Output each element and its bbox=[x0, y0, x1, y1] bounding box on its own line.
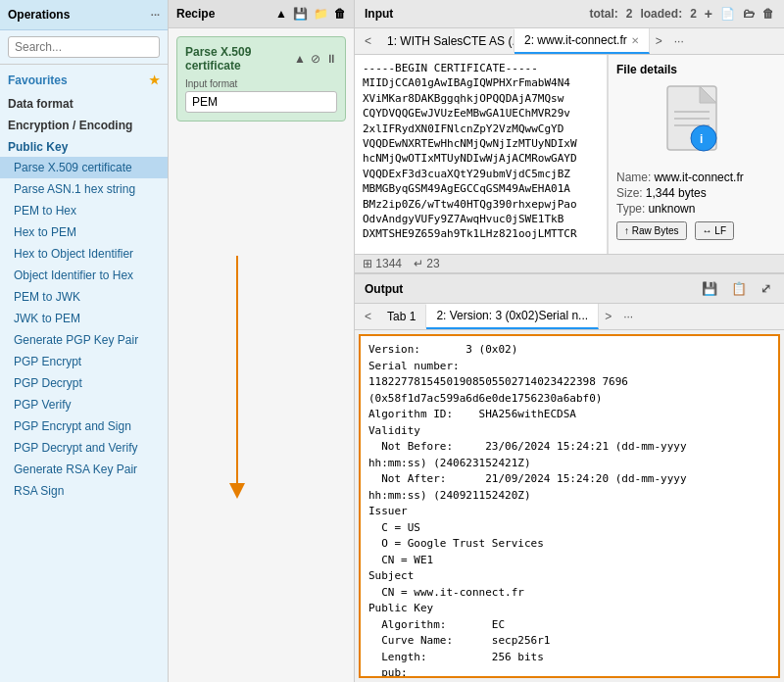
recipe-input-format-value[interactable]: PEM bbox=[185, 91, 337, 113]
input-body: -----BEGIN CERTIFICATE----- MIIDjCCA01gA… bbox=[355, 55, 784, 254]
sidebar-item-jwk-to-pem[interactable]: JWK to PEM bbox=[0, 308, 168, 329]
input-lines-status: ↵ 23 bbox=[414, 257, 440, 270]
file-name-row: Name: www.it-connect.fr bbox=[616, 170, 776, 184]
sidebar-item-gen-rsa-keypair[interactable]: Generate RSA Key Pair bbox=[0, 459, 168, 480]
input-file-icon[interactable]: 📄 bbox=[720, 7, 735, 21]
input-tab-prev[interactable]: < bbox=[359, 31, 377, 51]
sidebar-item-hex-to-pem[interactable]: Hex to PEM bbox=[0, 221, 168, 243]
input-tab-1[interactable]: 1: WITH SalesCTE AS (... ✕ bbox=[377, 29, 514, 53]
lf-button[interactable]: ↔ LF bbox=[695, 221, 734, 240]
output-tab-prev[interactable]: < bbox=[359, 307, 377, 326]
recipe-panel: Recipe ▲ 💾 📁 🗑 Parse X.509 certificate ▲… bbox=[169, 0, 355, 682]
sidebar-item-pgp-verify[interactable]: PGP Verify bbox=[0, 394, 168, 415]
sidebar-item-pem-to-hex[interactable]: PEM to Hex bbox=[0, 200, 168, 221]
svg-text:i: i bbox=[700, 132, 703, 146]
recipe-card-icons: ▲ ⊘ ⏸ bbox=[294, 52, 337, 66]
output-tab-overflow[interactable]: ··· bbox=[617, 307, 639, 326]
output-tab-2[interactable]: 2: Version: 3 (0x02)Serial n... bbox=[426, 304, 599, 329]
sidebar-item-pgp-decrypt-verify[interactable]: PGP Decrypt and Verify bbox=[0, 437, 168, 459]
star-icon: ★ bbox=[149, 73, 160, 87]
sidebar-item-pgp-decrypt[interactable]: PGP Decrypt bbox=[0, 372, 168, 394]
input-bytes-status: ⊞ 1344 bbox=[363, 257, 402, 270]
file-name-label: Name: bbox=[616, 170, 651, 184]
input-section: Input total: 2 loaded: 2 + 📄 🗁 🗑 < 1: WI… bbox=[355, 0, 784, 274]
sidebar-item-oid-to-hex[interactable]: Object Identifier to Hex bbox=[0, 265, 168, 286]
sidebar-item-pgp-encrypt[interactable]: PGP Encrypt bbox=[0, 351, 168, 372]
file-size-row: Size: 1,344 bytes bbox=[616, 186, 776, 200]
sidebar-item-gen-pgp-keypair[interactable]: Generate PGP Key Pair bbox=[0, 329, 168, 351]
recipe-card-chevron-up[interactable]: ▲ bbox=[294, 52, 306, 66]
output-tabs: < Tab 1 2: Version: 3 (0x02)Serial n... … bbox=[355, 304, 784, 330]
recipe-folder-icon[interactable]: 📁 bbox=[314, 7, 328, 21]
input-tab-2[interactable]: 2: www.it-connect.fr ✕ bbox=[514, 28, 650, 54]
arrow-area bbox=[169, 364, 354, 683]
recipe-card-title: Parse X.509 certificate bbox=[185, 45, 294, 73]
output-copy-icon[interactable]: 📋 bbox=[728, 280, 750, 297]
sidebar-header: Operations ··· bbox=[0, 0, 168, 30]
input-total-value: 2 bbox=[626, 7, 633, 21]
raw-bytes-button[interactable]: ↑ Raw Bytes bbox=[616, 221, 687, 240]
sidebar-category-encryption[interactable]: Encryption / Encoding bbox=[0, 114, 168, 135]
recipe-card-disable-icon[interactable]: ⊘ bbox=[311, 52, 320, 66]
recipe-card-parse-x509: Parse X.509 certificate ▲ ⊘ ⏸ Input form… bbox=[176, 36, 346, 122]
output-body[interactable]: Version: 3 (0x02) Serial number: 1182277… bbox=[359, 334, 780, 678]
file-document-icon: i bbox=[662, 84, 731, 163]
sidebar-title: Operations bbox=[8, 8, 70, 22]
recipe-header: Recipe ▲ 💾 📁 🗑 bbox=[169, 0, 354, 28]
input-total-label: total: bbox=[589, 7, 617, 21]
input-loaded-label: loaded: bbox=[640, 7, 682, 21]
recipe-save-icon[interactable]: 💾 bbox=[293, 7, 308, 21]
input-tab-more[interactable]: > bbox=[650, 31, 668, 51]
input-folder-icon[interactable]: 🗁 bbox=[743, 7, 755, 21]
sidebar-category-data-format[interactable]: Data format bbox=[0, 92, 168, 114]
recipe-content: Parse X.509 certificate ▲ ⊘ ⏸ Input form… bbox=[169, 28, 354, 364]
sidebar-menu-icon[interactable]: ··· bbox=[151, 9, 160, 21]
input-trash-icon[interactable]: 🗑 bbox=[762, 7, 774, 21]
input-status-bar: ⊞ 1344 ↵ 23 bbox=[355, 254, 784, 272]
file-type-value: unknown bbox=[648, 202, 695, 216]
sidebar-item-rsa-sign[interactable]: RSA Sign bbox=[0, 480, 168, 502]
output-header-icons: 💾 📋 ⤢ bbox=[699, 280, 774, 297]
sidebar-category-public-key[interactable]: Public Key bbox=[0, 135, 168, 157]
recipe-header-icons: ▲ 💾 📁 🗑 bbox=[275, 7, 346, 21]
file-details-title: File details bbox=[616, 63, 776, 76]
recipe-input-format-label: Input format bbox=[185, 78, 337, 89]
input-header-right: total: 2 loaded: 2 + 📄 🗁 🗑 bbox=[589, 6, 774, 22]
file-icon-container: i bbox=[616, 84, 776, 163]
output-title: Output bbox=[365, 282, 403, 296]
output-section: Output 💾 📋 ⤢ < Tab 1 2: Version: 3 (0x02… bbox=[355, 274, 784, 682]
main-area: Input total: 2 loaded: 2 + 📄 🗁 🗑 < 1: WI… bbox=[355, 0, 784, 682]
search-input[interactable] bbox=[8, 36, 160, 58]
svg-point-6 bbox=[691, 125, 716, 151]
file-type-label: Type: bbox=[616, 202, 645, 216]
recipe-trash-icon[interactable]: 🗑 bbox=[334, 7, 346, 21]
input-tab-2-close[interactable]: ✕ bbox=[631, 35, 639, 46]
output-header: Output 💾 📋 ⤢ bbox=[355, 274, 784, 304]
recipe-chevron-up-icon[interactable]: ▲ bbox=[275, 7, 287, 21]
file-size-value: 1,344 bytes bbox=[646, 186, 707, 200]
input-loaded-value: 2 bbox=[690, 7, 697, 21]
output-tab-more[interactable]: > bbox=[599, 307, 617, 326]
sidebar-item-pem-to-jwk[interactable]: PEM to JWK bbox=[0, 286, 168, 308]
sidebar-content: Favourites ★ Data format Encryption / En… bbox=[0, 65, 168, 682]
recipe-card-pause-icon[interactable]: ⏸ bbox=[325, 52, 337, 66]
file-name-value: www.it-connect.fr bbox=[654, 170, 743, 184]
recipe-card-header: Parse X.509 certificate ▲ ⊘ ⏸ bbox=[185, 45, 337, 73]
output-save-icon[interactable]: 💾 bbox=[699, 280, 720, 297]
sidebar-item-parse-asn1[interactable]: Parse ASN.1 hex string bbox=[0, 178, 168, 200]
sidebar: Operations ··· Favourites ★ Data format … bbox=[0, 0, 169, 682]
input-header: Input total: 2 loaded: 2 + 📄 🗁 🗑 bbox=[355, 0, 784, 28]
input-tabs: < 1: WITH SalesCTE AS (... ✕ 2: www.it-c… bbox=[355, 28, 784, 55]
file-size-label: Size: bbox=[616, 186, 643, 200]
input-text-area[interactable]: -----BEGIN CERTIFICATE----- MIIDjCCA01gA… bbox=[355, 55, 608, 254]
output-expand-icon[interactable]: ⤢ bbox=[758, 280, 774, 297]
input-tab-overflow[interactable]: ··· bbox=[668, 31, 690, 51]
output-tab-1[interactable]: Tab 1 bbox=[377, 305, 426, 328]
sidebar-item-parse-x509[interactable]: Parse X.509 certificate bbox=[0, 157, 168, 178]
sidebar-category-favourites[interactable]: Favourites ★ bbox=[0, 69, 168, 92]
input-title: Input bbox=[365, 7, 393, 21]
sidebar-item-hex-to-oid[interactable]: Hex to Object Identifier bbox=[0, 243, 168, 265]
input-add-icon[interactable]: + bbox=[705, 6, 712, 22]
sidebar-item-pgp-encrypt-sign[interactable]: PGP Encrypt and Sign bbox=[0, 415, 168, 437]
file-action-buttons: ↑ Raw Bytes ↔ LF bbox=[616, 221, 776, 240]
